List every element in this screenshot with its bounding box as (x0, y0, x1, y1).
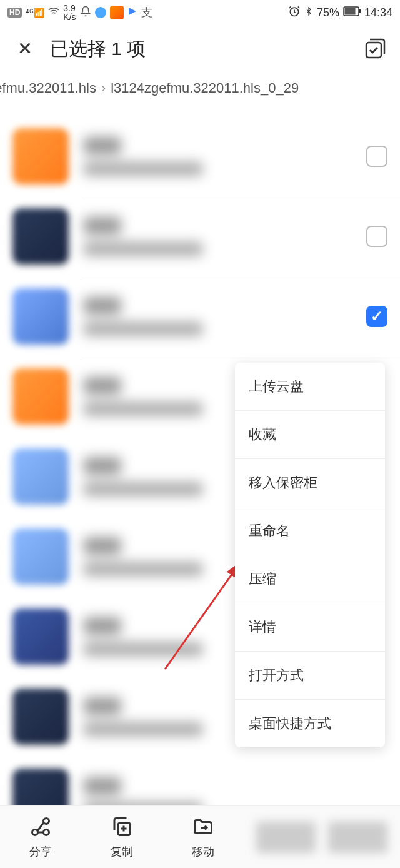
status-time: 14:34 (364, 6, 392, 19)
button-label: 分享 (29, 844, 52, 859)
file-thumbnail (12, 368, 69, 425)
alipay-icon: 支 (141, 5, 152, 20)
alarm-icon (288, 5, 301, 21)
move-icon (192, 815, 214, 840)
bluetooth-icon (304, 5, 313, 21)
file-item[interactable] (12, 116, 388, 196)
menu-item[interactable]: 收藏 (235, 411, 385, 459)
copy-button[interactable]: 复制 (81, 815, 162, 859)
bottom-blur-area (244, 822, 400, 853)
breadcrumb-item[interactable]: zgefmu.322011.hls (0, 80, 101, 96)
svg-point-8 (44, 829, 49, 835)
status-bar: HD ⁴ᴳ📶 3.9K/s 支 75% 14:34 (0, 0, 400, 25)
button-label: 移动 (192, 844, 214, 859)
signal-icon: ⁴ᴳ📶 (26, 8, 44, 18)
battery-percent: 75% (317, 6, 339, 19)
file-thumbnail (12, 689, 69, 745)
menu-item[interactable]: 上传云盘 (235, 363, 385, 411)
menu-item[interactable]: 打开方式 (235, 652, 385, 700)
network-speed: 3.9K/s (63, 4, 76, 21)
file-thumbnail (12, 128, 69, 184)
button-label: 复制 (111, 844, 133, 859)
selection-header: 已选择 1 项 (0, 25, 400, 73)
file-thumbnail (12, 208, 69, 265)
chevron-right-icon: › (101, 80, 106, 96)
file-thumbnail (12, 288, 69, 345)
copy-icon (111, 815, 133, 840)
battery-icon (343, 6, 361, 19)
wifi-icon (48, 6, 59, 20)
menu-item[interactable]: 移入保密柜 (235, 459, 385, 507)
move-button[interactable]: 移动 (162, 815, 244, 859)
play-icon (128, 6, 138, 19)
file-checkbox[interactable] (366, 146, 388, 167)
file-info (84, 217, 366, 256)
close-button[interactable] (12, 35, 38, 63)
file-item[interactable] (12, 276, 388, 356)
select-all-button[interactable] (362, 36, 388, 61)
file-checkbox[interactable] (366, 306, 388, 327)
file-info (84, 137, 366, 176)
context-menu: 上传云盘收藏移入保密柜重命名压缩详情打开方式桌面快捷方式 (235, 363, 385, 747)
breadcrumb: zgefmu.322011.hls › l3124zgefmu.322011.h… (0, 73, 400, 104)
hd-icon: HD (8, 8, 22, 18)
page-title: 已选择 1 项 (50, 36, 350, 62)
menu-item[interactable]: 桌面快捷方式 (235, 700, 385, 747)
breadcrumb-item[interactable]: l3124zgefmu.322011.hls_0_29 (106, 80, 304, 96)
menu-item[interactable]: 重命名 (235, 507, 385, 555)
file-thumbnail (12, 448, 69, 505)
file-thumbnail (12, 528, 69, 585)
file-thumbnail (12, 608, 69, 665)
file-checkbox[interactable] (366, 226, 388, 247)
file-item[interactable] (12, 196, 388, 276)
svg-rect-3 (359, 9, 361, 13)
share-button[interactable]: 分享 (0, 815, 81, 859)
app-icon-2 (110, 6, 124, 19)
bottom-action-bar: 分享复制移动 (0, 805, 400, 868)
svg-rect-2 (344, 8, 355, 14)
menu-item[interactable]: 详情 (235, 603, 385, 652)
share-icon (29, 815, 52, 840)
menu-item[interactable]: 压缩 (235, 555, 385, 603)
app-icon (95, 7, 106, 18)
file-info (84, 297, 366, 336)
notification-bell-icon (80, 6, 91, 20)
